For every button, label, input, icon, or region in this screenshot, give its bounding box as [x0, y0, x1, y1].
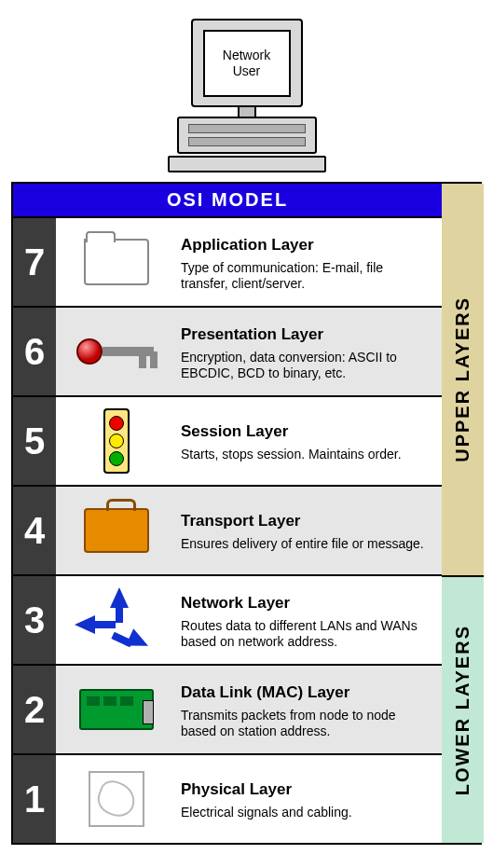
- computer-screen-label: NetworkUser: [203, 30, 291, 97]
- desktop-unit-icon: [177, 117, 317, 154]
- layer-name: Session Layer: [181, 422, 432, 441]
- layer-row-1: 1 Physical Layer Electrical signals and …: [13, 753, 442, 843]
- layer-name: Application Layer: [181, 236, 432, 255]
- layer-number: 3: [13, 576, 56, 664]
- layer-icon-cell: [56, 308, 177, 395]
- layer-name: Physical Layer: [181, 780, 432, 799]
- layer-row-3: 3 Network Layer Routes data to different…: [13, 574, 442, 664]
- layer-group-column: UPPER LAYERS LOWER LAYERS: [442, 184, 484, 843]
- osi-model-diagram: OSI MODEL 7 Application Layer Type of co…: [11, 182, 482, 845]
- layer-text: Transport Layer Ensures delivery of enti…: [177, 487, 442, 574]
- layer-text: Presentation Layer Encryption, data conv…: [177, 308, 442, 395]
- folder-icon: [84, 239, 149, 285]
- layer-desc: Type of communication: E-mail, file tran…: [181, 260, 432, 293]
- layer-icon-cell: [56, 666, 177, 753]
- diagram-title: OSI MODEL: [13, 184, 442, 216]
- layer-name: Presentation Layer: [181, 325, 432, 344]
- layer-number: 5: [13, 397, 56, 485]
- layer-name: Network Layer: [181, 594, 432, 613]
- routing-arrows-icon: [75, 587, 158, 653]
- layer-icon-cell: [56, 397, 177, 485]
- layer-number: 2: [13, 666, 56, 753]
- layer-number: 1: [13, 755, 56, 843]
- layer-text: Physical Layer Electrical signals and ca…: [177, 755, 442, 843]
- upper-layers-label-box: UPPER LAYERS: [442, 184, 484, 577]
- lower-layers-label-box: LOWER LAYERS: [442, 577, 484, 843]
- traffic-light-icon: [103, 408, 130, 474]
- layer-number: 4: [13, 487, 56, 574]
- layer-icon-cell: [56, 218, 177, 306]
- cable-icon: [89, 771, 144, 827]
- layer-row-2: 2 Data Link (MAC) Layer Transmits packet…: [13, 664, 442, 753]
- layer-text: Session Layer Starts, stops session. Mai…: [177, 397, 442, 485]
- upper-layers-label: UPPER LAYERS: [452, 296, 473, 462]
- computer-illustration: NetworkUser: [168, 19, 326, 172]
- monitor-icon: NetworkUser: [191, 19, 303, 107]
- network-card-icon: [79, 689, 154, 730]
- layer-row-4: 4 Transport Layer Ensures delivery of en…: [13, 485, 442, 574]
- layer-row-6: 6 Presentation Layer Encryption, data co…: [13, 306, 442, 395]
- network-user-computer: NetworkUser: [0, 0, 493, 182]
- layer-icon-cell: [56, 755, 177, 843]
- layer-desc: Ensures delivery of entire file or messa…: [181, 536, 432, 553]
- keyboard-icon: [168, 156, 326, 172]
- layer-name: Transport Layer: [181, 512, 432, 530]
- layer-icon-cell: [56, 576, 177, 664]
- layer-text: Application Layer Type of communication:…: [177, 218, 442, 306]
- layer-icon-cell: [56, 487, 177, 574]
- layer-desc: Starts, stops session. Maintains order.: [181, 447, 432, 463]
- layer-desc: Routes data to different LANs and WANs b…: [181, 618, 432, 651]
- suitcase-icon: [84, 508, 149, 553]
- layer-number: 6: [13, 308, 56, 395]
- layers-column: OSI MODEL 7 Application Layer Type of co…: [13, 184, 442, 843]
- layer-desc: Electrical signals and cabling.: [181, 805, 432, 821]
- layer-name: Data Link (MAC) Layer: [181, 683, 432, 702]
- lower-layers-label: LOWER LAYERS: [452, 625, 473, 795]
- layer-desc: Encryption, data conversion: ASCII to EB…: [181, 350, 432, 382]
- layer-text: Data Link (MAC) Layer Transmits packets …: [177, 666, 442, 753]
- layer-text: Network Layer Routes data to different L…: [177, 576, 442, 664]
- key-icon: [76, 338, 157, 365]
- layer-row-7: 7 Application Layer Type of communicatio…: [13, 216, 442, 306]
- layer-number: 7: [13, 218, 56, 306]
- layer-desc: Transmits packets from node to node base…: [181, 708, 432, 740]
- layer-row-5: 5 Session Layer Starts, stops session. M…: [13, 395, 442, 485]
- monitor-neck: [238, 107, 256, 117]
